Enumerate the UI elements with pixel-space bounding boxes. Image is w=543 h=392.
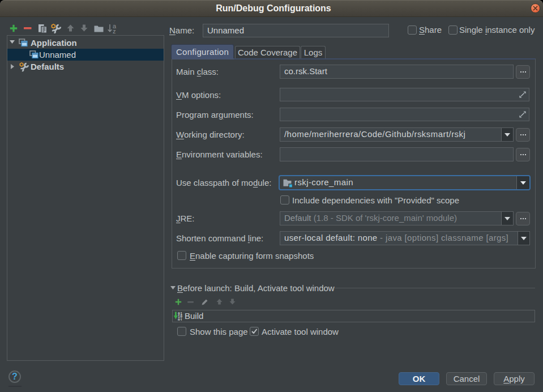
svg-text:01: 01 (178, 318, 182, 321)
svg-text:z: z (113, 28, 116, 34)
